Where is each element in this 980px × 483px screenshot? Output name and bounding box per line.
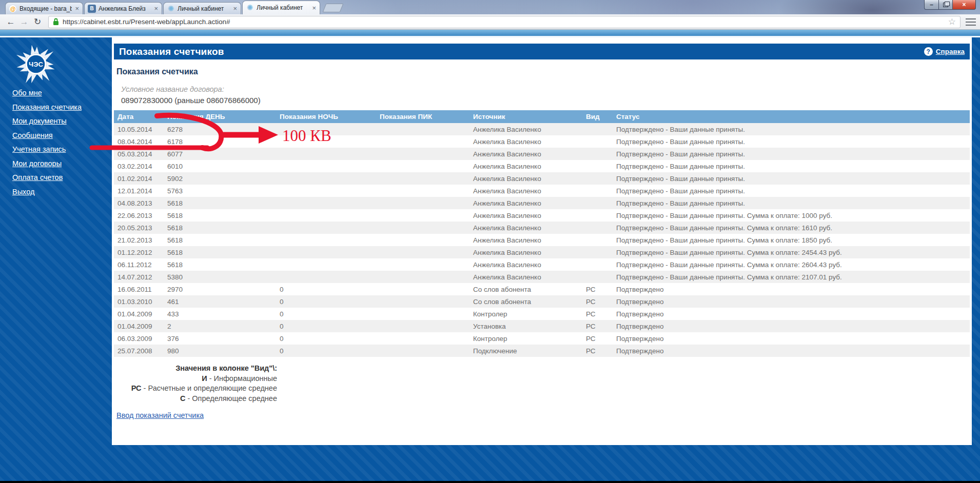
- table-row: 03.02.20146010Анжелика ВасиленкоПодтверж…: [114, 160, 970, 172]
- table-cell: [582, 234, 613, 246]
- sidebar-item[interactable]: Сообщения: [12, 131, 110, 139]
- table-cell: [276, 258, 376, 271]
- maximize-button[interactable]: [939, 0, 953, 10]
- table-cell: [582, 222, 613, 234]
- tab-close-icon[interactable]: ×: [74, 5, 80, 12]
- browser-tab[interactable]: ✺Личный кабинет×: [242, 1, 320, 14]
- table-cell: [376, 234, 469, 246]
- table-cell: Анжелика Василенко: [469, 148, 582, 160]
- table-cell: Контролер: [469, 332, 582, 345]
- browser-tab[interactable]: ✺Личный кабинет×: [163, 2, 241, 14]
- table-cell: РС: [582, 332, 613, 345]
- sidebar-item[interactable]: Мои документы: [12, 117, 110, 125]
- table-cell: Подтверждено: [613, 308, 970, 320]
- table-cell: 6010: [164, 160, 276, 172]
- column-header: Показания ДЕНЬ: [164, 110, 276, 123]
- table-cell: [376, 320, 469, 332]
- table-cell: Подтверждено - Ваши данные приняты.: [613, 172, 970, 185]
- legend-key: И: [202, 374, 207, 383]
- sidebar-item[interactable]: Оплата счетов: [12, 173, 110, 182]
- table-cell: Анжелика Василенко: [469, 160, 582, 172]
- table-cell: 5763: [164, 185, 276, 197]
- sidebar-item[interactable]: Показания счетчика: [12, 103, 110, 111]
- table-row: 01.04.200920УстановкаРСПодтверждено: [114, 320, 970, 332]
- table-cell: Анжелика Василенко: [469, 234, 582, 246]
- table-row: 12.01.20145763Анжелика ВасиленкоПодтверж…: [114, 185, 970, 197]
- sidebar-item[interactable]: Выход: [12, 188, 110, 196]
- table-cell: [376, 271, 469, 283]
- browser-frame: @Входящие - bara_bika@m×ВАнжелика Блейз×…: [0, 0, 980, 30]
- table-row: 01.03.20104610Со слов абонентаРСПодтверж…: [114, 295, 970, 308]
- sidebar-item[interactable]: Мои договоры: [12, 159, 110, 168]
- mail-at-icon: @: [9, 5, 17, 13]
- table-cell: [276, 197, 376, 209]
- table-row: 06.03.20093760КонтролерРСПодтверждено: [114, 332, 970, 345]
- bookmark-star-icon[interactable]: ☆: [948, 17, 956, 26]
- section-title: Показания счетчика: [116, 67, 970, 76]
- browser-tab[interactable]: ВАнжелика Блейз×: [84, 2, 162, 14]
- table-cell: Установка: [469, 320, 582, 332]
- table-cell: Подтверждено - Ваши данные приняты. Сумм…: [613, 209, 970, 222]
- sidebar-item[interactable]: Обо мне: [12, 89, 110, 97]
- table-cell: 10.05.2014: [114, 123, 164, 135]
- table-cell: [582, 148, 613, 160]
- question-icon: ?: [924, 47, 933, 56]
- table-cell: 2: [164, 320, 276, 332]
- tab-close-icon[interactable]: ×: [153, 5, 159, 12]
- table-cell: Анжелика Василенко: [469, 123, 582, 135]
- table-cell: Подтверждено - Ваши данные приняты. Сумм…: [613, 234, 970, 246]
- table-cell: 03.02.2014: [114, 160, 164, 172]
- address-bar[interactable]: https://cabinet.esbt.ru/Present-web/appL…: [48, 16, 961, 28]
- table-cell: 376: [164, 332, 276, 345]
- reload-button[interactable]: ↻: [31, 17, 44, 26]
- vk-icon: В: [88, 5, 96, 13]
- table-cell: Подтверждено - Ваши данные приняты.: [613, 135, 970, 148]
- table-cell: 14.07.2012: [114, 271, 164, 283]
- table-cell: 01.02.2014: [114, 172, 164, 185]
- contract-value: 089072830000 (раньше 086076866000): [121, 96, 970, 105]
- table-cell: Подтверждено: [613, 320, 970, 332]
- table-cell: 01.12.2012: [114, 246, 164, 258]
- browser-tab[interactable]: @Входящие - bara_bika@m×: [5, 2, 83, 14]
- table-cell: Подтверждено - Ваши данные приняты. Сумм…: [613, 271, 970, 283]
- sidebar-item[interactable]: Учетная запись: [12, 145, 110, 153]
- back-button[interactable]: ←: [4, 17, 17, 26]
- table-cell: 12.01.2014: [114, 185, 164, 197]
- table-cell: Со слов абонента: [469, 283, 582, 295]
- table-row: 22.06.20135618Анжелика ВасиленкоПодтверж…: [114, 209, 970, 222]
- minimize-button[interactable]: –: [924, 0, 939, 10]
- table-cell: 5618: [164, 197, 276, 209]
- enter-readings-link[interactable]: Ввод показаний счетчика: [116, 411, 204, 419]
- table-cell: 461: [164, 295, 276, 308]
- table-row: 20.05.20135618Анжелика ВасиленкоПодтверж…: [114, 222, 970, 234]
- column-header: Вид: [582, 110, 613, 123]
- tab-close-icon[interactable]: ×: [311, 5, 317, 11]
- table-cell: [582, 185, 613, 197]
- table-cell: Анжелика Василенко: [469, 185, 582, 197]
- chrome-menu-icon[interactable]: [966, 18, 976, 26]
- close-window-button[interactable]: ×: [953, 0, 976, 10]
- table-cell: Анжелика Василенко: [469, 135, 582, 148]
- url-text[interactable]: https://cabinet.esbt.ru/Present-web/appL…: [63, 18, 945, 26]
- table-cell: 5618: [164, 234, 276, 246]
- new-tab-button[interactable]: [323, 4, 344, 12]
- table-cell: [276, 123, 376, 135]
- tab-title: Личный кабинет: [178, 5, 230, 12]
- table-cell: [582, 246, 613, 258]
- table-row: 25.07.20089800ПодключениеРСПодтверждено: [114, 345, 970, 357]
- table-cell: 06.11.2012: [114, 258, 164, 271]
- table-cell: Анжелика Василенко: [469, 172, 582, 185]
- table-cell: РС: [582, 320, 613, 332]
- browser-toolbar: ← → ↻ https://cabinet.esbt.ru/Present-we…: [0, 14, 980, 30]
- table-cell: [376, 345, 469, 357]
- table-cell: Подтверждено - Ваши данные приняты.: [613, 123, 970, 135]
- table-cell: Анжелика Василенко: [469, 271, 582, 283]
- table-row: 01.12.20125618Анжелика ВасиленкоПодтверж…: [114, 246, 970, 258]
- table-cell: 04.08.2013: [114, 197, 164, 209]
- tab-close-icon[interactable]: ×: [232, 5, 238, 12]
- legend-entry: РС - Расчетные и определяющие среднее: [114, 384, 277, 394]
- forward-button[interactable]: →: [17, 17, 31, 26]
- help-link[interactable]: ? Справка: [924, 47, 965, 56]
- vid-legend: Значения в колонке "Вид"\: И - Информаци…: [114, 364, 277, 404]
- table-cell: [276, 185, 376, 197]
